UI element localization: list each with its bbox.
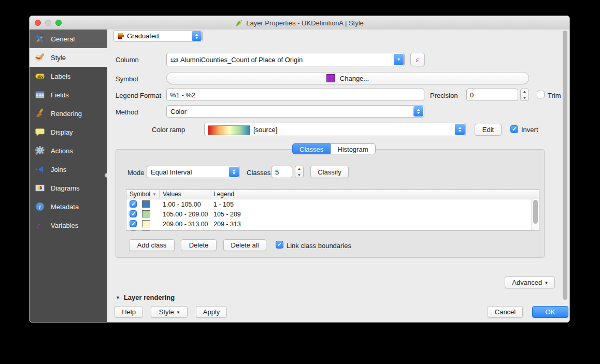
sidebar-item-style[interactable]: Style <box>30 48 107 67</box>
class-color-swatch[interactable] <box>142 230 150 231</box>
class-row[interactable]: 105.00 - 209.00 105 - 209 <box>126 209 539 219</box>
dialog-scrollbar[interactable] <box>562 31 568 304</box>
ok-label: OK <box>546 308 555 316</box>
class-values[interactable]: 313.00 - 417.00 <box>163 230 208 231</box>
method-combobox[interactable]: Color ▲▼ <box>166 105 424 118</box>
class-visibility-checkbox[interactable] <box>130 200 137 208</box>
class-visibility-checkbox[interactable] <box>130 230 137 231</box>
ok-button[interactable]: OK <box>532 306 568 318</box>
color-ramp-combobox[interactable]: [source] ▲▼ <box>204 123 466 136</box>
close-window-button[interactable] <box>35 20 41 26</box>
sidebar-item-diagrams[interactable]: Diagrams <box>30 179 107 197</box>
dialog-scrollbar-thumb[interactable] <box>563 31 567 300</box>
add-class-button[interactable]: Add class <box>129 239 175 251</box>
sidebar-item-general[interactable]: General <box>30 30 107 48</box>
classify-button-label: Classify <box>318 168 341 176</box>
legend-format-input[interactable] <box>166 89 424 101</box>
zoom-window-button[interactable] <box>55 20 62 26</box>
class-color-swatch[interactable] <box>142 220 150 227</box>
sidebar-item-label: Rendering <box>51 110 82 118</box>
class-color-swatch[interactable] <box>142 200 150 208</box>
sidebar-item-labels[interactable]: abc Labels <box>30 67 107 85</box>
chevron-updown-icon: ▲▼ <box>455 124 465 135</box>
title-bar[interactable]: Layer Properties - UKDefinitionA | Style <box>30 16 569 30</box>
precision-stepper[interactable]: ▲▼ <box>520 89 529 101</box>
sidebar-item-fields[interactable]: Fields <box>30 85 107 104</box>
collapse-arrow-icon: ▼ <box>116 295 120 300</box>
sidebar-item-variables[interactable]: ε Variables <box>30 216 107 235</box>
header-values[interactable]: Values <box>163 191 181 198</box>
precision-label: Precision <box>430 92 458 99</box>
method-value: Color <box>170 108 187 115</box>
minimize-window-button[interactable] <box>45 20 51 26</box>
method-label: Method <box>116 108 138 116</box>
general-icon <box>35 34 45 44</box>
mode-value: Equal Interval <box>151 168 192 176</box>
class-color-swatch[interactable] <box>142 210 150 217</box>
header-legend[interactable]: Legend <box>213 191 234 198</box>
class-legend[interactable]: 209 - 313 <box>213 221 241 228</box>
color-ramp-value: [source] <box>253 126 277 134</box>
column-combobox[interactable]: 123 AlumniCounties_Count of Place of Ori… <box>166 53 405 66</box>
metadata-icon: i <box>35 201 45 212</box>
sidebar-item-joins[interactable]: Joins <box>30 160 107 179</box>
edit-ramp-button[interactable]: Edit <box>475 124 502 136</box>
trim-checkbox[interactable] <box>537 91 545 98</box>
classes-count-stepper[interactable]: ▲▼ <box>295 166 304 178</box>
class-row[interactable]: 1.00 - 105.00 1 - 105 <box>126 199 539 209</box>
labels-icon: abc <box>35 71 45 81</box>
display-icon <box>35 127 45 137</box>
sidebar-item-display[interactable]: Display <box>30 123 107 141</box>
delete-all-button[interactable]: Delete all <box>223 239 266 251</box>
svg-text:ε: ε <box>37 221 41 230</box>
cancel-button[interactable]: Cancel <box>488 306 523 318</box>
layer-rendering-section[interactable]: ▼ Layer rendering <box>116 294 175 301</box>
trim-label: Trim <box>548 92 561 99</box>
tab-classes[interactable]: Classes <box>292 143 331 154</box>
style-menu-label: Style <box>159 308 174 316</box>
help-button[interactable]: Help <box>115 306 143 318</box>
table-scrollbar-thumb[interactable] <box>533 200 538 224</box>
symbol-change-button[interactable]: Change... <box>166 72 529 84</box>
chevron-updown-icon: ▲▼ <box>192 31 202 41</box>
rendering-icon <box>35 108 45 119</box>
expression-builder-button[interactable]: ε <box>410 53 425 66</box>
sidebar-item-label: Style <box>51 54 66 62</box>
renderer-type-combobox[interactable]: Graduated ▲▼ <box>113 30 203 42</box>
tab-histogram[interactable]: Histogram <box>331 143 375 154</box>
sidebar-item-metadata[interactable]: i Metadata <box>30 197 107 216</box>
classes-count-label: Classes <box>247 169 270 177</box>
advanced-button[interactable]: Advanced ▾ <box>505 276 555 288</box>
change-button-label: Change... <box>340 75 369 82</box>
class-legend[interactable]: 105 - 209 <box>213 211 241 218</box>
class-legend[interactable]: 313 - 417 <box>213 230 241 231</box>
class-row[interactable]: 313.00 - 417.00 313 - 417 <box>126 229 539 231</box>
sort-arrow-icon[interactable]: ▼ <box>152 192 156 197</box>
header-symbol[interactable]: Symbol <box>130 191 150 198</box>
sidebar-item-rendering[interactable]: Rendering <box>30 104 107 123</box>
class-values[interactable]: 105.00 - 209.00 <box>163 211 208 218</box>
classes-count-input[interactable] <box>272 166 292 178</box>
precision-input[interactable] <box>466 89 518 101</box>
class-visibility-checkbox[interactable] <box>130 210 137 217</box>
classify-button[interactable]: Classify <box>310 166 349 178</box>
class-visibility-checkbox[interactable] <box>130 220 137 227</box>
delete-button[interactable]: Delete <box>181 239 217 251</box>
class-legend[interactable]: 1 - 105 <box>213 201 234 208</box>
style-menu-button[interactable]: Style ▾ <box>151 306 188 318</box>
layer-properties-dialog: Layer Properties - UKDefinitionA | Style… <box>29 16 570 323</box>
link-class-boundaries-checkbox[interactable] <box>276 241 283 249</box>
table-scrollbar[interactable] <box>531 199 539 230</box>
classes-table[interactable]: Symbol ▼ Values Legend 1.00 - 105.00 1 -… <box>126 190 539 231</box>
invert-checkbox[interactable] <box>510 125 518 133</box>
class-values[interactable]: 209.00 - 313.00 <box>163 221 208 228</box>
symbol-color-swatch <box>326 74 335 82</box>
class-row[interactable]: 209.00 - 313.00 209 - 313 <box>126 219 539 229</box>
class-values[interactable]: 1.00 - 105.00 <box>163 201 201 208</box>
classes-table-header[interactable]: Symbol ▼ Values Legend <box>126 190 539 199</box>
mode-combobox[interactable]: Equal Interval ▲▼ <box>147 166 240 178</box>
apply-button[interactable]: Apply <box>196 306 227 318</box>
window-title: Layer Properties - UKDefinitionA | Style <box>246 19 364 27</box>
chevron-updown-icon: ▲▼ <box>229 167 239 177</box>
sidebar-item-actions[interactable]: Actions <box>30 141 107 160</box>
